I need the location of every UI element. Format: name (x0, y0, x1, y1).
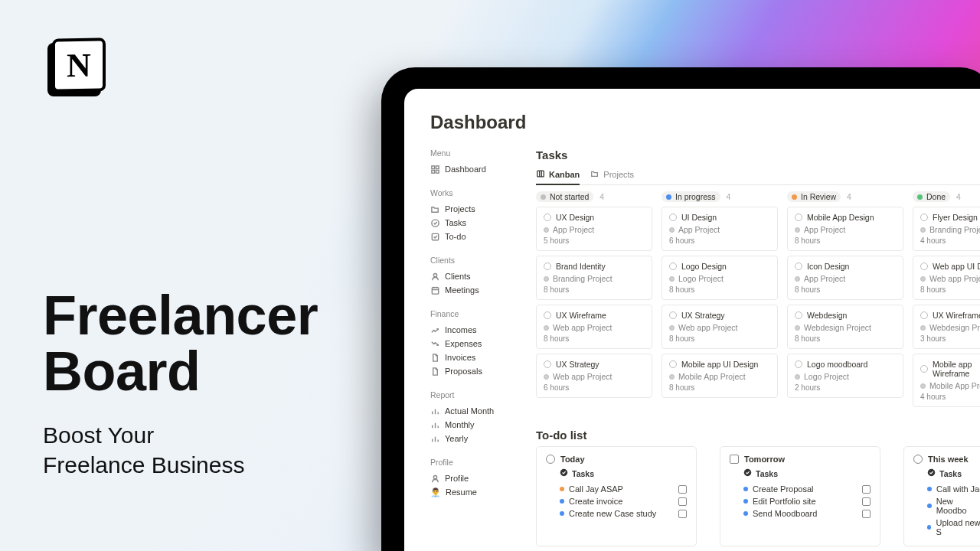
sidebar-item-expenses[interactable]: Expenses (430, 337, 505, 350)
todo-task[interactable]: Create new Case study (546, 507, 687, 520)
kanban-card[interactable]: UX WireframeWebdesign Project3 hours (913, 305, 980, 349)
task-radio-icon (544, 360, 551, 368)
sidebar-group-header: Works (430, 188, 505, 197)
kanban-card[interactable]: Logo DesignLogo Project8 hours (662, 256, 778, 300)
bullet-icon (743, 487, 748, 491)
user-icon (430, 272, 440, 282)
sidebar-item-yearly[interactable]: Yearly (430, 432, 505, 445)
kanban-card[interactable]: Web app UI DesignWeb app Project8 hours (913, 256, 980, 300)
todo-group-this-week[interactable]: This weekTasksCall with JacNew MoodboUpl… (903, 446, 980, 546)
checkbox-icon[interactable] (862, 510, 871, 518)
card-title: UX Wireframe (556, 311, 606, 320)
tab-projects[interactable]: Projects (590, 166, 634, 184)
kanban-card[interactable]: Mobile app UI DesignMobile App Project8 … (662, 354, 778, 398)
todo-task-label: New Moodbo (936, 497, 980, 515)
todo-task[interactable]: Edit Portfolio site (730, 495, 871, 507)
kanban-card[interactable]: Mobile App DesignApp Project8 hours (787, 207, 903, 251)
todo-task[interactable]: Send Moodboard (730, 507, 871, 520)
kanban-card[interactable]: Mobile app WireframeMobile App Project4 … (913, 354, 980, 407)
sidebar-item-to-do[interactable]: To-do (430, 230, 505, 243)
dashboard-icon (430, 165, 440, 174)
card-hours: 8 hours (544, 334, 645, 343)
project-dot-icon (669, 227, 675, 233)
bar-chart-icon (430, 434, 440, 444)
checkbox-icon[interactable] (678, 485, 687, 494)
card-hours: 2 hours (795, 383, 896, 392)
card-project: Mobile App Project (678, 372, 746, 381)
user-icon (430, 474, 440, 484)
todo-heading: To-do list (536, 429, 980, 442)
kanban-card[interactable]: UX DesignApp Project5 hours (536, 207, 652, 251)
sidebar-item-label: Yearly (445, 434, 468, 443)
task-radio-icon (795, 311, 802, 319)
sidebar-item-label: Resume (446, 487, 477, 497)
todo-task-label: Call Jay ASAP (569, 484, 623, 494)
sidebar-item-meetings[interactable]: Meetings (430, 283, 505, 297)
task-radio-icon (544, 311, 551, 319)
project-dot-icon (920, 325, 926, 331)
card-title: Mobile app Wireframe (933, 360, 980, 378)
todo-group-title: This week (913, 455, 980, 464)
todo-task[interactable]: Call Jay ASAP (546, 483, 687, 495)
todo-groups: TodayTasksCall Jay ASAPCreate invoiceCre… (536, 446, 980, 546)
todo-group-today[interactable]: TodayTasksCall Jay ASAPCreate invoiceCre… (536, 446, 697, 546)
kanban-card[interactable]: Logo moodboardLogo Project2 hours (787, 354, 903, 398)
kanban-card[interactable]: Brand IdentityBranding Project8 hours (536, 256, 652, 300)
kanban-card[interactable]: UX WireframeWeb app Project8 hours (536, 305, 652, 349)
kanban-card[interactable]: UX StrategyWeb app Project6 hours (536, 354, 652, 398)
kanban-card[interactable]: WebdesignWebdesign Project8 hours (787, 305, 903, 349)
card-title: UX Wireframe (933, 311, 980, 320)
card-project: Web app Project (678, 323, 737, 332)
card-title: UI Design (681, 213, 717, 222)
column-count: 4 (727, 192, 731, 201)
todo-sub-label: Tasks (756, 469, 778, 478)
status-badge: In progress (662, 191, 720, 202)
sidebar-item-proposals[interactable]: Proposals (430, 364, 505, 378)
column-count: 4 (599, 192, 604, 201)
todo-task[interactable]: Create invoice (546, 495, 687, 507)
checkbox-icon[interactable] (678, 510, 687, 518)
sidebar-item-incomes[interactable]: Incomes (430, 323, 505, 337)
card-title: UX Strategy (681, 311, 725, 320)
sidebar-item-projects[interactable]: Projects (430, 202, 505, 216)
kanban-card[interactable]: Flyer DesignBranding Project4 hours (913, 207, 980, 251)
checkbox-icon[interactable] (678, 497, 687, 506)
todo-task[interactable]: Call with Jac (913, 483, 980, 495)
sidebar-group-header: Profile (430, 458, 505, 467)
sidebar-item-dashboard[interactable]: Dashboard (430, 162, 505, 176)
todo-task[interactable]: Upload new S (913, 517, 980, 538)
kanban-card[interactable]: UI DesignApp Project6 hours (662, 207, 778, 251)
column-header: In progress4 (662, 191, 778, 202)
project-dot-icon (544, 325, 549, 331)
sidebar-item-tasks[interactable]: Tasks (430, 216, 505, 230)
app-screen: Dashboard MenuDashboardWorksProjectsTask… (404, 89, 980, 551)
bullet-icon (743, 499, 748, 504)
card-project: App Project (553, 225, 594, 234)
todo-group-tomorrow[interactable]: TomorrowTasksCreate ProposalEdit Portfol… (720, 446, 880, 546)
status-dot-icon (792, 194, 797, 200)
card-title: Web app UI Design (933, 262, 980, 271)
kanban-card[interactable]: UX StrategyWeb app Project8 hours (662, 305, 778, 349)
main-content: Tasks KanbanProjects Not started4UX Desi… (536, 148, 980, 546)
card-project: Web app Project (553, 323, 612, 332)
task-radio-icon (795, 262, 802, 270)
sidebar-item-monthly[interactable]: Monthly (430, 418, 505, 432)
tasks-heading: Tasks (536, 148, 980, 161)
sidebar-item-label: Monthly (445, 420, 475, 429)
sidebar-item-label: Meetings (445, 285, 479, 295)
sidebar-item-label: To-do (445, 232, 466, 241)
kanban-card[interactable]: Icon DesignApp Project8 hours (787, 256, 903, 300)
sidebar-item-invoices[interactable]: Invoices (430, 350, 505, 364)
checkbox-icon[interactable] (862, 497, 871, 506)
checkbox-icon (430, 232, 440, 242)
sidebar-item-profile[interactable]: Profile (430, 471, 505, 485)
sidebar-item-resume[interactable]: 👨‍💼Resume (430, 485, 505, 499)
task-radio-icon (669, 360, 677, 368)
sidebar-item-clients[interactable]: Clients (430, 269, 505, 283)
todo-task[interactable]: New Moodbo (913, 495, 980, 517)
sidebar-item-actual-month[interactable]: Actual Month (430, 404, 505, 418)
tab-kanban[interactable]: Kanban (536, 166, 580, 184)
checkbox-icon[interactable] (862, 485, 871, 494)
card-title: Logo Design (681, 262, 727, 271)
todo-task[interactable]: Create Proposal (730, 483, 871, 495)
